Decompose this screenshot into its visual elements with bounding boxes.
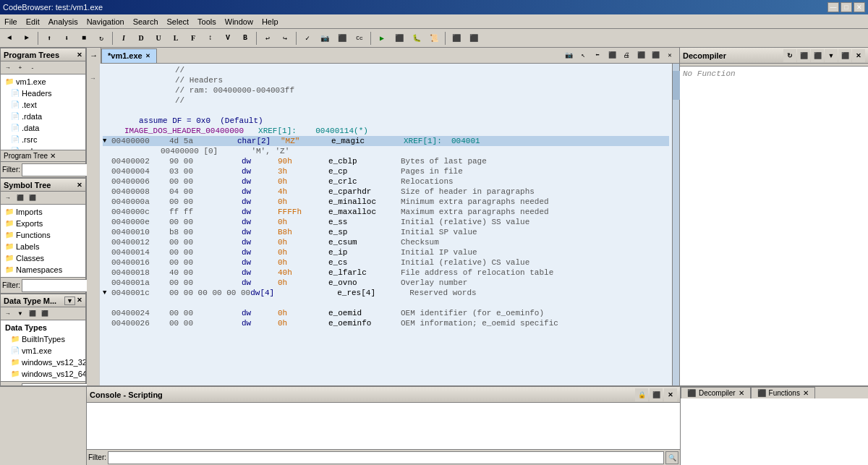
decompiler-tb-5[interactable]: ⬛ bbox=[838, 49, 851, 62]
check-button[interactable]: ✓ bbox=[299, 30, 315, 46]
dt-btn4[interactable]: ⬛ bbox=[39, 309, 51, 319]
code-line-7[interactable]: 0040000e 00 00 dw 0h e_ss Initial (relat… bbox=[103, 217, 669, 227]
menu-search[interactable]: Search bbox=[129, 16, 163, 27]
menu-select[interactable]: Select bbox=[163, 16, 194, 27]
dt-winvs64[interactable]: 📁 windows_vs12_64 bbox=[2, 368, 84, 380]
tool-b[interactable]: B bbox=[237, 30, 253, 46]
tool-arrows[interactable]: ↕ bbox=[203, 30, 218, 46]
back-button[interactable]: ◄ bbox=[1, 30, 17, 46]
tool-d[interactable]: D bbox=[133, 30, 149, 46]
close-button[interactable]: ✕ bbox=[854, 2, 865, 12]
listing-tab-vm1[interactable]: *vm1.exe ✕ bbox=[101, 48, 157, 63]
code-line-6[interactable]: 0040000c ff ff dw FFFFh e_maxalloc Maxim… bbox=[103, 207, 669, 217]
expand-btn-0[interactable]: ▼ bbox=[103, 137, 111, 145]
minimize-button[interactable]: — bbox=[827, 2, 839, 12]
menu-help[interactable]: Help bbox=[258, 16, 283, 27]
code-line-2[interactable]: 00400004 03 00 dw 3h e_cp Pages in file bbox=[103, 166, 669, 176]
diff-button[interactable]: ⬛ bbox=[334, 30, 350, 46]
dt-builtin[interactable]: 📁 BuiltInTypes bbox=[2, 333, 84, 345]
script-button[interactable]: 📜 bbox=[426, 30, 442, 46]
decompiler-tab-close[interactable]: ✕ bbox=[739, 389, 744, 397]
debug-button[interactable]: 🐛 bbox=[409, 30, 425, 46]
dt-btn2[interactable]: ▼ bbox=[14, 309, 26, 319]
sym-imports[interactable]: 📁 Imports bbox=[2, 206, 84, 218]
menu-analysis[interactable]: Analysis bbox=[44, 16, 82, 27]
dt-btn1[interactable]: → bbox=[2, 309, 14, 319]
console-filter-input[interactable] bbox=[108, 451, 664, 464]
decompiler-tb-2[interactable]: ⬛ bbox=[797, 49, 810, 62]
console-lock-btn[interactable]: 🔒 bbox=[635, 388, 648, 401]
code-line-11[interactable]: 00400016 00 00 dw 0h e_cs Initial (relat… bbox=[103, 257, 669, 268]
run-button[interactable]: ▶ bbox=[374, 30, 390, 46]
listing-tb-view2[interactable]: ⬛ bbox=[649, 49, 662, 62]
tree-del-button[interactable]: - bbox=[27, 63, 38, 73]
listing-tb-print[interactable]: 🖨 bbox=[620, 49, 633, 62]
window-controls[interactable]: — □ ✕ bbox=[827, 2, 865, 12]
redo-button[interactable]: ↪ bbox=[277, 30, 293, 46]
tool-l[interactable]: L bbox=[168, 30, 184, 46]
console-btn2[interactable]: ⬛ bbox=[650, 388, 663, 401]
sym-functions[interactable]: 📁 Functions bbox=[2, 229, 84, 241]
tree-item-data[interactable]: 📄 .data bbox=[2, 122, 84, 134]
tool-u[interactable]: U bbox=[150, 30, 166, 46]
tree-nav-button[interactable]: → bbox=[2, 63, 14, 73]
data-type-close[interactable]: ✕ bbox=[77, 297, 82, 305]
tree-item-headers[interactable]: 📄 Headers bbox=[2, 88, 84, 99]
dt-winvs32[interactable]: 📁 windows_vs12_32 bbox=[2, 357, 84, 368]
sym-labels[interactable]: 📁 Labels bbox=[2, 241, 84, 252]
code-line-12[interactable]: 00400018 40 00 dw 40h e_lfarlc File addr… bbox=[103, 268, 669, 278]
tree-item-rdata[interactable]: 📄 .rdata bbox=[2, 111, 84, 122]
stop2-button[interactable]: ⬛ bbox=[391, 30, 407, 46]
sym-exports[interactable]: 📁 Exports bbox=[2, 218, 84, 229]
decompiler-tb-3[interactable]: ⬛ bbox=[811, 49, 824, 62]
forward-button[interactable]: ► bbox=[19, 30, 35, 46]
maximize-button[interactable]: □ bbox=[841, 2, 852, 12]
listing-minimap[interactable] bbox=[672, 64, 679, 385]
code-line-15[interactable]: 00400024 00 00 dw 0h e_oemid OEM identif… bbox=[103, 308, 669, 318]
code-line-16[interactable]: 00400026 00 00 dw 0h e_oeminfo OEM infor… bbox=[103, 318, 669, 328]
code-line-8[interactable]: 00400010 b8 00 dw B8h e_sp Initial SP va… bbox=[103, 227, 669, 237]
code-line-1[interactable]: 00400002 90 00 dw 90h e_cblp Bytes of la… bbox=[103, 156, 669, 166]
decompiler-tb-4[interactable]: ▼ bbox=[825, 49, 838, 62]
sym-namespaces[interactable]: 📁 Namespaces bbox=[2, 264, 84, 276]
cc-button[interactable]: Cc bbox=[352, 30, 367, 46]
symbol-tree-close[interactable]: ✕ bbox=[77, 182, 82, 189]
expand-btn-14[interactable]: ▼ bbox=[103, 289, 111, 297]
code-line-13[interactable]: 0040001a 00 00 dw 0h e_ovno Overlay numb… bbox=[103, 278, 669, 288]
bottom-tab-decompiler[interactable]: ⬛ Decompiler ✕ bbox=[681, 387, 751, 398]
tree-item-rsrc[interactable]: 📄 .rsrc bbox=[2, 134, 84, 145]
listing-nav[interactable]: → bbox=[87, 48, 101, 64]
listing-tb-nav2[interactable]: ⬛ bbox=[605, 49, 618, 62]
sym-btn1[interactable]: → bbox=[2, 193, 14, 203]
code-line-4[interactable]: 00400008 04 00 dw 4h e_cparhdr Size of h… bbox=[103, 187, 669, 197]
code-line-5[interactable]: 0040000a 00 00 dw 0h e_minalloc Minimum … bbox=[103, 197, 669, 207]
menu-tools[interactable]: Tools bbox=[193, 16, 221, 27]
menu-file[interactable]: File bbox=[0, 16, 22, 27]
listing-tab-close[interactable]: ✕ bbox=[145, 53, 150, 59]
bottom-tab-functions[interactable]: ⬛ Functions ✕ bbox=[751, 387, 815, 398]
console-filter-btn[interactable]: 🔍 bbox=[665, 451, 678, 464]
code-line-14[interactable]: ▼ 0040001c 00 00 00 00 00 00 dw[4] e_res… bbox=[103, 288, 669, 298]
dt-btn3[interactable]: ⬛ bbox=[27, 309, 38, 319]
tree-add-button[interactable]: + bbox=[14, 63, 26, 73]
stop-button[interactable]: ■ bbox=[76, 30, 92, 46]
tool-v[interactable]: V bbox=[220, 30, 236, 46]
sym-btn2[interactable]: ⬛ bbox=[14, 193, 26, 203]
listing-tb-cursor[interactable]: ↖ bbox=[576, 49, 590, 62]
menu-window[interactable]: Window bbox=[221, 16, 258, 27]
menu-navigation[interactable]: Navigation bbox=[82, 16, 129, 27]
tool-f[interactable]: F bbox=[185, 30, 201, 46]
listing-tb-view1[interactable]: ⬛ bbox=[634, 49, 647, 62]
tree-item-vm1exe[interactable]: 📁 vm1.exe bbox=[2, 76, 84, 88]
tool-i[interactable]: I bbox=[116, 30, 132, 46]
minimap-thumb[interactable] bbox=[673, 71, 680, 100]
nav-down-button[interactable]: ⬇ bbox=[59, 30, 75, 46]
program-trees-close[interactable]: ✕ bbox=[77, 51, 82, 59]
data-type-expand[interactable]: ▼ bbox=[64, 297, 75, 305]
listing-tb-close[interactable]: ✕ bbox=[663, 49, 676, 62]
snapshot-button[interactable]: 📷 bbox=[317, 30, 333, 46]
dt-vm1exe[interactable]: 📄 vm1.exe bbox=[2, 345, 84, 357]
listing-tb-nav1[interactable]: ⬅ bbox=[591, 49, 604, 62]
dt-datatypes[interactable]: Data Types bbox=[2, 322, 84, 333]
extra1-button[interactable]: ⬛ bbox=[448, 30, 464, 46]
